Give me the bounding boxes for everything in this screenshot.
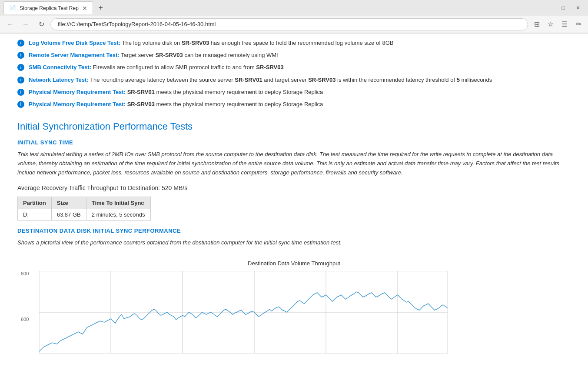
nav-bar: ← → ↻ ⊞ ☆ ☰ ✏ xyxy=(0,16,588,33)
tab-close-button[interactable]: ✕ xyxy=(82,5,87,12)
dest-sync-description: Shows a pictorial view of the performanc… xyxy=(17,238,571,247)
sync-table: Partition Size Time To Initial Sync D: 6… xyxy=(17,197,151,221)
cell-time: 2 minutes, 5 seconds xyxy=(86,209,150,220)
info-row-physical-mem-2: i Physical Memory Requirement Test: SR-S… xyxy=(17,98,571,110)
active-tab[interactable]: 📄 Storage Replica Test Rep ✕ xyxy=(3,1,93,14)
info-text-2: Remote Server Management Test: Target se… xyxy=(29,51,571,59)
info-text-6: Physical Memory Requirement Test: SR-SRV… xyxy=(29,100,571,108)
info-icon-4: i xyxy=(17,77,24,84)
table-row: D: 63.87 GB 2 minutes, 5 seconds xyxy=(18,209,151,220)
chart-title: Destination Data Volume Throughput xyxy=(17,260,571,267)
browser-chrome: 📄 Storage Replica Test Rep ✕ + — □ ✕ ← →… xyxy=(0,0,588,33)
tab-bar: 📄 Storage Replica Test Rep ✕ + — □ ✕ xyxy=(0,0,588,16)
physical-mem-1-text: SR-SRV01 meets the physical memory requi… xyxy=(127,89,323,95)
col-time: Time To Initial Sync xyxy=(86,197,150,209)
avg-throughput-label: Average Recovery Traffic Throughput To D… xyxy=(17,184,160,191)
maximize-button[interactable]: □ xyxy=(557,1,570,14)
physical-mem-2-label: Physical Memory Requirement Test: xyxy=(29,101,126,107)
info-icon-6: i xyxy=(17,101,24,108)
info-row-physical-mem-1: i Physical Memory Requirement Test: SR-S… xyxy=(17,86,571,98)
smb-text: Firewalls are configured to allow SMB pr… xyxy=(93,64,284,70)
y-label-800: 800 xyxy=(21,271,29,276)
initial-sync-description: This test simulated writing a series of … xyxy=(17,150,571,177)
settings-icon[interactable]: ✏ xyxy=(572,18,585,30)
new-tab-button[interactable]: + xyxy=(95,2,107,14)
avg-throughput-value: 520 MB/s xyxy=(162,184,187,191)
network-latency-label: Network Latency Test: xyxy=(29,77,89,83)
minimize-button[interactable]: — xyxy=(542,1,555,14)
col-partition: Partition xyxy=(18,197,52,209)
network-latency-text: The roundtrip average latency between th… xyxy=(90,77,492,83)
reader-view-icon[interactable]: ⊞ xyxy=(531,18,543,30)
main-heading: Initial Synchronization Performance Test… xyxy=(17,121,571,132)
remote-server-text: Target server SR-SRV03 can be managed re… xyxy=(121,52,278,58)
col-size: Size xyxy=(51,197,86,209)
avg-throughput: Average Recovery Traffic Throughput To D… xyxy=(17,184,571,191)
info-icon-5: i xyxy=(17,89,24,96)
chart-svg xyxy=(39,271,448,354)
log-volume-label: Log Volume Free Disk Space Test: xyxy=(29,40,120,46)
remote-server-label: Remote Server Management Test: xyxy=(29,52,120,58)
page-content: i Log Volume Free Disk Space Test: The l… xyxy=(0,33,588,367)
tab-favicon: 📄 xyxy=(9,5,16,11)
address-bar[interactable] xyxy=(50,18,528,30)
info-icon-2: i xyxy=(17,52,24,59)
info-text-5: Physical Memory Requirement Test: SR-SRV… xyxy=(29,88,571,96)
log-volume-text: The log volume disk on SR-SRV03 has enou… xyxy=(122,40,394,46)
info-text-4: Network Latency Test: The roundtrip aver… xyxy=(29,76,571,84)
initial-sync-heading: INITIAL SYNC TIME xyxy=(17,139,571,146)
refresh-button[interactable]: ↻ xyxy=(35,18,48,31)
info-section: i Log Volume Free Disk Space Test: The l… xyxy=(17,33,571,110)
info-icon-3: i xyxy=(17,64,24,71)
info-text-3: SMB Connectivity Test: Firewalls are con… xyxy=(29,64,571,71)
physical-mem-1-label: Physical Memory Requirement Test: xyxy=(29,89,126,95)
smb-label: SMB Connectivity Test: xyxy=(29,64,91,70)
cell-partition: D: xyxy=(18,209,52,220)
physical-mem-2-text: SR-SRV03 meets the physical memory requi… xyxy=(127,101,323,107)
nav-right-icons: ⊞ ☆ ☰ ✏ xyxy=(531,18,585,30)
tab-title: Storage Replica Test Rep xyxy=(20,5,79,11)
y-label-600: 600 xyxy=(21,317,29,322)
info-text: Log Volume Free Disk Space Test: The log… xyxy=(29,39,571,47)
info-row-remote-server: i Remote Server Management Test: Target … xyxy=(17,49,571,61)
back-button[interactable]: ← xyxy=(3,18,17,31)
dest-sync-heading: DESTINATION DATA DISK INITIAL SYNC PERFO… xyxy=(17,227,571,234)
info-icon: i xyxy=(17,40,24,47)
chart-container: Destination Data Volume Throughput 800 6… xyxy=(17,256,571,358)
info-row-smb: i SMB Connectivity Test: Firewalls are c… xyxy=(17,61,571,74)
info-row-log-volume: i Log Volume Free Disk Space Test: The l… xyxy=(17,37,571,49)
menu-icon[interactable]: ☰ xyxy=(558,18,571,30)
close-window-button[interactable]: ✕ xyxy=(571,1,585,14)
favorites-icon[interactable]: ☆ xyxy=(545,18,557,30)
cell-size: 63.87 GB xyxy=(51,209,86,220)
info-row-network-latency: i Network Latency Test: The roundtrip av… xyxy=(17,74,571,86)
forward-button[interactable]: → xyxy=(19,18,32,31)
